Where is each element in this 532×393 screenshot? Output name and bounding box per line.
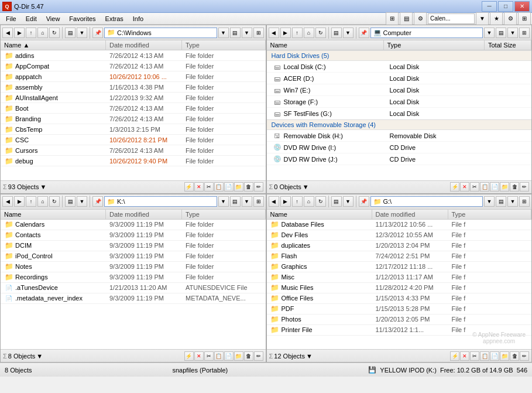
table-row[interactable]: 📁 Calendars 9/3/2009 11:19 PM File folde…: [1, 220, 266, 230]
nav-back-btn-br[interactable]: ◀: [269, 196, 279, 207]
status-folder-new-bl[interactable]: 📁: [234, 351, 243, 361]
col-header-type-br[interactable]: Type: [448, 210, 532, 219]
nav-refresh-btn-tr[interactable]: ↻: [315, 28, 326, 38]
view-type-drop-br[interactable]: ▼: [507, 196, 518, 207]
table-row[interactable]: 📁 AUInstallAgent 1/22/2013 9:32 AM File …: [1, 93, 266, 103]
status-cut[interactable]: ✂: [204, 182, 214, 192]
view-type-btn[interactable]: ▤: [230, 28, 241, 38]
calendar-drop[interactable]: ▼: [476, 12, 489, 25]
nav-refresh-btn-br[interactable]: ↻: [315, 196, 326, 207]
status-drop-bot-left[interactable]: ▼: [36, 353, 43, 360]
path-bot-left[interactable]: 📁 K:\: [104, 196, 217, 207]
table-row[interactable]: 📁 Cursors 7/26/2012 4:13 AM File folder: [1, 145, 266, 156]
view-type-btn-tr[interactable]: ▤: [496, 28, 506, 38]
view-type-drop-tr[interactable]: ▼: [507, 28, 518, 38]
status-paste-br[interactable]: 📄: [490, 351, 499, 361]
col-header-date-br[interactable]: Date modified: [372, 210, 448, 219]
settings-btn[interactable]: ⚙: [504, 12, 517, 25]
path-top-left[interactable]: 📁 C:\Windows: [104, 28, 217, 38]
col-header-type-tr[interactable]: Type: [384, 40, 485, 50]
table-row[interactable]: 📁 Recordings 9/3/2009 11:19 PM File fold…: [1, 272, 266, 283]
close-button[interactable]: ✕: [514, 1, 530, 12]
table-row[interactable]: 📄 .aTunesDevice 1/21/2013 11:20 AM ATUNE…: [1, 283, 266, 293]
pin-btn[interactable]: 📌: [92, 28, 103, 38]
table-row[interactable]: 📁 Printer File 11/13/2012 1:1... File f: [267, 325, 532, 336]
table-row[interactable]: 📁 addins 7/26/2012 4:13 AM File folder: [1, 50, 266, 61]
table-row[interactable]: 📁 duplicates 1/20/2013 2:04 PM File f: [267, 241, 532, 251]
view-drop-bl[interactable]: ▼: [77, 196, 87, 207]
drive-row[interactable]: 🖴 SF TestFiles (G:) Local Disk: [267, 108, 532, 119]
nav-forward-btn-br[interactable]: ▶: [280, 196, 291, 207]
status-folder-new-tr[interactable]: 📁: [500, 182, 509, 192]
col-header-name[interactable]: Name ▲: [1, 40, 106, 50]
table-row[interactable]: 📁 Photos 1/20/2013 2:05 PM File f: [267, 315, 532, 325]
nav-up-btn-bl[interactable]: ↑: [26, 196, 36, 207]
nav-forward-btn-bl[interactable]: ▶: [14, 196, 25, 207]
col-header-name-tr[interactable]: Name: [267, 40, 384, 50]
table-row[interactable]: 📁 Database Files 11/13/2012 10:56 ... Fi…: [267, 220, 532, 230]
status-drop-top-left[interactable]: ▼: [40, 183, 46, 190]
nav-back-btn-tr[interactable]: ◀: [269, 28, 279, 38]
nav-home-btn-bl[interactable]: ⌂: [37, 196, 48, 207]
nav-forward-btn[interactable]: ▶: [14, 28, 25, 38]
view-type-btn-bl[interactable]: ▤: [230, 196, 241, 207]
nav-up-btn-br[interactable]: ↑: [292, 196, 303, 207]
status-lightning-bl[interactable]: ⚡: [184, 351, 194, 361]
status-copy[interactable]: 📋: [214, 182, 224, 192]
minimize-button[interactable]: ─: [482, 1, 497, 12]
status-copy-br[interactable]: 📋: [480, 351, 489, 361]
nav-home-btn[interactable]: ⌂: [37, 28, 48, 38]
path-drop-bl[interactable]: ▼: [218, 196, 229, 207]
nav-back-btn[interactable]: ◀: [2, 28, 13, 38]
drive-row[interactable]: 🖴 Local Disk (C:) Local Disk: [267, 61, 532, 73]
pin-btn-br[interactable]: 📌: [359, 196, 369, 207]
extra-view-btn-tr[interactable]: ⊞: [519, 28, 530, 38]
status-lightning-tr[interactable]: ⚡: [450, 182, 459, 192]
removable-row[interactable]: 💿 DVD RW Drive (I:) CD Drive: [267, 142, 532, 153]
status-drop-bot-right[interactable]: ▼: [306, 353, 313, 360]
extra-btn2[interactable]: ⊞: [518, 12, 531, 25]
view-btn-tr[interactable]: ▤: [331, 28, 342, 38]
path-bot-right[interactable]: 📁 G:\: [370, 196, 483, 207]
menu-extras[interactable]: Extras: [101, 14, 128, 23]
menu-edit[interactable]: Edit: [21, 14, 42, 23]
fav-btn[interactable]: ★: [490, 12, 503, 25]
status-folder-new[interactable]: 📁: [234, 182, 243, 192]
nav-up-btn[interactable]: ↑: [26, 28, 36, 38]
toolbar-extra-btn[interactable]: ⚙: [414, 12, 427, 25]
table-row[interactable]: 📁 Office Files 1/15/2013 4:33 PM File f: [267, 293, 532, 304]
view-type-btn-br[interactable]: ▤: [496, 196, 506, 207]
table-row[interactable]: 📁 CbsTemp 1/3/2013 2:15 PM File folder: [1, 124, 266, 135]
pin-btn-bl[interactable]: 📌: [92, 196, 103, 207]
nav-forward-btn-tr[interactable]: ▶: [280, 28, 291, 38]
status-paste-bl[interactable]: 📄: [224, 351, 234, 361]
status-cut-br[interactable]: ✂: [470, 351, 479, 361]
table-row[interactable]: 📁 AppCompat 7/26/2012 4:13 AM File folde…: [1, 61, 266, 71]
status-delete-tr[interactable]: 🗑: [510, 182, 519, 192]
menu-favorites[interactable]: Favorites: [64, 14, 100, 23]
table-row[interactable]: 📁 Graphics 12/17/2012 11:18 ... File f: [267, 262, 532, 272]
status-copy-tr[interactable]: 📋: [480, 182, 489, 192]
table-row[interactable]: 📁 apppatch 10/26/2012 10:06 ... File fol…: [1, 71, 266, 82]
col-header-name-br[interactable]: Name: [267, 210, 372, 219]
menu-view[interactable]: View: [42, 14, 65, 23]
status-lightning-br[interactable]: ⚡: [450, 351, 459, 361]
status-rename[interactable]: ✏: [254, 182, 263, 192]
drive-row[interactable]: 🖴 Win7 (E:) Local Disk: [267, 84, 532, 96]
view-type-drop-bl[interactable]: ▼: [242, 196, 252, 207]
view-btn-bl[interactable]: ▤: [65, 196, 75, 207]
extra-view-btn-bl[interactable]: ⊞: [253, 196, 264, 207]
menu-info[interactable]: Info: [128, 14, 148, 23]
toolbar-grid-btn[interactable]: ⊞: [386, 12, 399, 25]
status-cut-tr[interactable]: ✂: [470, 182, 479, 192]
status-paste[interactable]: 📄: [224, 182, 234, 192]
status-paste-tr[interactable]: 📄: [490, 182, 499, 192]
view-type-drop[interactable]: ▼: [242, 28, 252, 38]
view-drop[interactable]: ▼: [77, 28, 87, 38]
col-header-name-bl[interactable]: Name: [1, 210, 106, 219]
nav-home-btn-tr[interactable]: ⌂: [304, 28, 314, 38]
col-header-size-tr[interactable]: Total Size: [485, 40, 531, 50]
toolbar-view-btn[interactable]: ▤: [400, 12, 413, 25]
status-cut-bl[interactable]: ✂: [204, 351, 214, 361]
table-row[interactable]: 📁 Notes 9/3/2009 11:19 PM File folder: [1, 262, 266, 272]
